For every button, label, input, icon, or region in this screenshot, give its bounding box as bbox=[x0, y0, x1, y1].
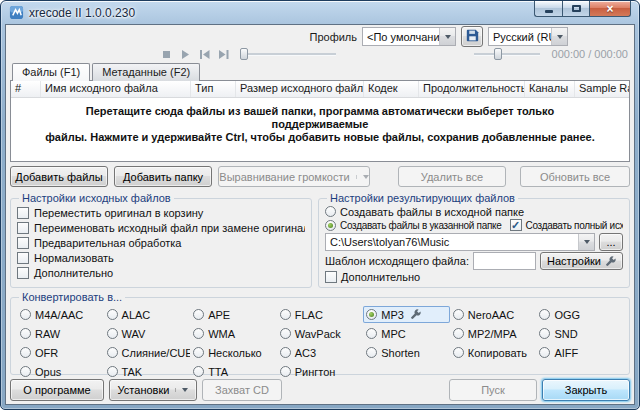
delete-all-button[interactable]: Удалить все bbox=[398, 166, 506, 187]
format-option[interactable]: APE bbox=[190, 306, 277, 323]
format-grid: M4A/AACALACAPEFLACMP3NeroAACOGGRAWWAVWMA… bbox=[17, 304, 623, 380]
seek-slider-thumb[interactable] bbox=[240, 48, 248, 60]
add-folder-button[interactable]: Добавить папку bbox=[114, 166, 212, 187]
format-option[interactable]: RAW bbox=[17, 325, 104, 342]
chevron-down-icon[interactable] bbox=[578, 234, 594, 250]
seek-slider[interactable] bbox=[240, 47, 336, 61]
wrench-icon bbox=[410, 309, 421, 320]
radio-icon bbox=[366, 328, 377, 339]
checkbox-icon[interactable] bbox=[510, 219, 522, 231]
source-settings-panel: Настройки исходных файлов Переместить ор… bbox=[10, 192, 312, 288]
output-path-value: C:\Users\tolyan76\Music bbox=[326, 236, 578, 248]
format-option[interactable]: MP2/MPA bbox=[450, 325, 537, 342]
format-label: FLAC bbox=[295, 309, 323, 321]
format-option[interactable]: Несколько bbox=[190, 344, 277, 361]
radio-icon bbox=[107, 309, 118, 320]
window-controls: × bbox=[534, 1, 631, 17]
column-header[interactable]: Размер исходного файла bbox=[236, 81, 364, 97]
radio-icon[interactable] bbox=[325, 220, 336, 231]
refresh-all-button[interactable]: Обновить все bbox=[520, 166, 630, 187]
close-icon[interactable]: × bbox=[589, 1, 631, 17]
language-select[interactable]: Русский (RU) bbox=[488, 27, 568, 46]
source-option[interactable]: Предварительная обработка bbox=[17, 235, 305, 250]
format-option[interactable]: TTA bbox=[190, 363, 277, 380]
source-option[interactable]: Переместить оригинал в корзину bbox=[17, 205, 305, 220]
format-option[interactable]: SND bbox=[536, 325, 623, 342]
format-option[interactable]: Слияние/CUE bbox=[104, 344, 191, 361]
radio-icon bbox=[193, 366, 204, 377]
previous-icon[interactable] bbox=[198, 49, 211, 60]
format-option[interactable]: MP3 bbox=[363, 306, 450, 323]
chevron-down-icon[interactable] bbox=[439, 28, 455, 45]
format-option[interactable]: WAV bbox=[104, 325, 191, 342]
presets-button[interactable]: Установки bbox=[109, 379, 197, 401]
source-option[interactable]: Дополнительно bbox=[17, 265, 305, 280]
format-option[interactable]: WMA bbox=[190, 325, 277, 342]
tab-metadata[interactable]: Метаданные (F2) bbox=[92, 63, 200, 81]
floppy-disk-icon bbox=[466, 29, 479, 44]
source-option[interactable]: Переименовать исходный файл при замене о… bbox=[17, 220, 305, 235]
start-button[interactable]: Пуск bbox=[449, 379, 537, 401]
save-profile-button[interactable] bbox=[461, 26, 483, 47]
column-header[interactable]: Имя исходного файла bbox=[41, 81, 191, 97]
play-icon[interactable] bbox=[179, 49, 192, 60]
template-settings-button[interactable]: Настройки bbox=[540, 252, 623, 270]
action-button-row: Добавить файлы Добавить папку Выравниван… bbox=[10, 166, 630, 187]
rip-cd-button[interactable]: Захват CD bbox=[202, 379, 282, 401]
format-option[interactable]: Shorten bbox=[363, 344, 450, 361]
format-option[interactable]: OFR bbox=[17, 344, 104, 361]
format-label: RAW bbox=[35, 328, 60, 340]
player-row: 000:00 / 000:00 bbox=[10, 47, 630, 61]
column-header[interactable]: # bbox=[11, 81, 41, 97]
format-option[interactable]: ALAC bbox=[104, 306, 191, 323]
volume-slider-thumb[interactable] bbox=[494, 48, 502, 60]
source-option-label: Нормализовать bbox=[34, 252, 114, 264]
tab-strip: Файлы (F1) Метаданные (F2) bbox=[10, 63, 630, 81]
about-button[interactable]: О программе bbox=[10, 379, 104, 401]
full-path-checkbox-label[interactable]: Создавать полный исходящий путь bbox=[526, 220, 623, 231]
column-header[interactable]: Тип bbox=[191, 81, 236, 97]
format-option[interactable]: M4A/AAC bbox=[17, 306, 104, 323]
profile-label: Профиль bbox=[310, 31, 358, 43]
next-icon[interactable] bbox=[217, 49, 230, 60]
output-same-folder-option[interactable]: Создавать файлы в исходной папке bbox=[325, 205, 623, 218]
format-label: TTA bbox=[208, 366, 228, 378]
profile-select[interactable]: <По умолчанию> bbox=[362, 27, 456, 46]
format-option[interactable]: AIFF bbox=[536, 344, 623, 361]
format-option[interactable]: TAK bbox=[104, 363, 191, 380]
output-advanced-option[interactable]: Дополнительно bbox=[325, 271, 623, 283]
column-header[interactable]: Sample Rate bbox=[575, 81, 629, 97]
format-option[interactable]: WavPack bbox=[277, 325, 364, 342]
chevron-down-icon[interactable] bbox=[551, 28, 567, 45]
column-header[interactable]: Продолжительность bbox=[419, 81, 525, 97]
tab-files[interactable]: Файлы (F1) bbox=[12, 63, 90, 81]
source-option[interactable]: Нормализовать bbox=[17, 250, 305, 265]
template-input[interactable] bbox=[473, 252, 536, 270]
format-option[interactable]: AC3 bbox=[277, 344, 364, 361]
minimize-icon[interactable] bbox=[534, 1, 562, 17]
output-custom-folder-label[interactable]: Создавать файлы в указанной папке bbox=[340, 220, 502, 231]
format-option[interactable]: MPC bbox=[363, 325, 450, 342]
titlebar[interactable]: xrecode II 1.0.0.230 × bbox=[1, 1, 639, 24]
template-label: Шаблон исходящего файла: bbox=[325, 255, 469, 267]
file-drop-area[interactable]: Перетащите сюда файлы из вашей папки, пр… bbox=[11, 98, 629, 161]
column-header[interactable]: Кодек bbox=[364, 81, 419, 97]
format-option[interactable]: Копировать bbox=[450, 344, 537, 361]
format-option[interactable]: OGG bbox=[536, 306, 623, 323]
add-files-button[interactable]: Добавить файлы bbox=[10, 166, 108, 187]
volume-leveling-button[interactable]: Выравнивание громкости bbox=[218, 166, 370, 187]
format-label: Opus bbox=[35, 366, 61, 378]
browse-button[interactable]: ... bbox=[599, 233, 623, 251]
format-option[interactable]: Рингтон bbox=[277, 363, 364, 380]
source-settings-title: Настройки исходных файлов bbox=[19, 192, 174, 204]
format-label: AC3 bbox=[295, 347, 316, 359]
format-option[interactable]: Opus bbox=[17, 363, 104, 380]
volume-slider[interactable] bbox=[474, 47, 540, 61]
maximize-icon[interactable] bbox=[562, 1, 589, 17]
output-path-combobox[interactable]: C:\Users\tolyan76\Music bbox=[325, 233, 595, 251]
column-header[interactable]: Каналы bbox=[525, 81, 575, 97]
format-option[interactable]: NeroAAC bbox=[450, 306, 537, 323]
format-option[interactable]: FLAC bbox=[277, 306, 364, 323]
stop-icon[interactable] bbox=[160, 49, 173, 60]
close-button[interactable]: Закрыть bbox=[542, 379, 630, 401]
